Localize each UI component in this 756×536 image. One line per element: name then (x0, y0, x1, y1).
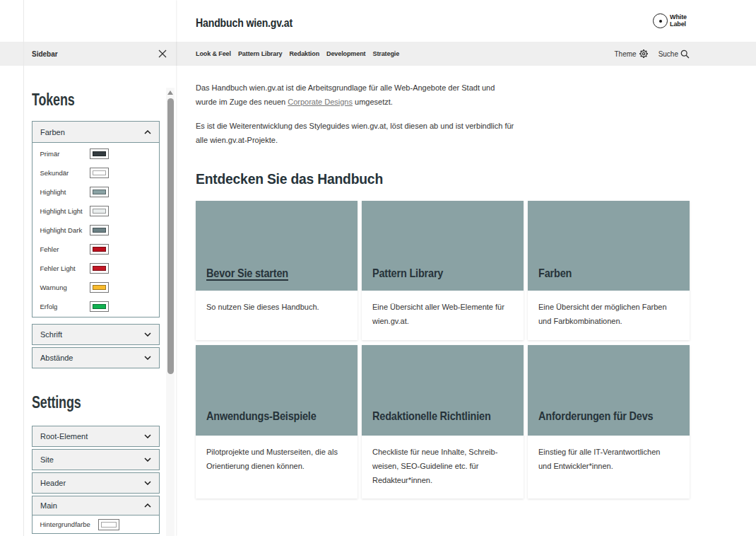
card-pattern-library[interactable]: Pattern Library Eine Übersicht aller Web… (362, 201, 524, 340)
accordion-abstaende-header[interactable]: Abstände (33, 348, 159, 368)
card-title-link[interactable]: Redaktionelle Richtlinien (372, 410, 491, 423)
card-redaktionelle-richtlinien[interactable]: Redaktionelle Richtlinien Checkliste für… (362, 345, 524, 499)
card-title-link[interactable]: Anforderungen für Devs (538, 410, 653, 423)
token-label: Highlight (40, 188, 90, 196)
card-anforderungen-fuer-devs[interactable]: Anforderungen für Devs Einstieg für alle… (528, 345, 690, 499)
accordion-label: Main (40, 501, 57, 510)
card-image: Anforderungen für Devs (528, 345, 690, 436)
settings-heading: Settings (32, 393, 131, 412)
chevron-down-icon (144, 356, 151, 360)
search-label: Suche (658, 50, 678, 58)
sidebar-content: Tokens Farben Primär Sekundär Highlight (32, 0, 160, 534)
token-row-fehler-light: Fehler Light (33, 259, 159, 278)
card-grid: Bevor Sie starten So nutzen Sie dieses H… (196, 201, 690, 499)
nav-links: Look & Feel Pattern Library Redaktion De… (196, 50, 399, 57)
chevron-down-icon (144, 458, 151, 462)
logo-text: WhiteLabel (670, 14, 687, 28)
setting-row-hintergrundfarbe: Hintergrundfarbe (33, 515, 159, 533)
theme-label: Theme (615, 50, 637, 58)
accordion-root-element: Root-Element (32, 426, 160, 447)
accordion-label: Farben (40, 128, 65, 136)
color-swatch[interactable] (90, 225, 109, 235)
setting-label: Hintergrundfarbe (40, 520, 98, 528)
white-label-logo[interactable]: WhiteLabel (653, 13, 687, 28)
token-label: Sekundär (40, 169, 90, 177)
chevron-up-icon (144, 130, 151, 134)
sidebar-drawer: Sidebar Tokens Farben Primär Sekundär (23, 0, 176, 536)
accordion-root-element-header[interactable]: Root-Element (33, 426, 159, 446)
card-image: Redaktionelle Richtlinien (362, 345, 524, 436)
card-image: Farben (528, 201, 690, 291)
accordion-site-header[interactable]: Site (33, 450, 159, 470)
accordion-label: Schrift (40, 330, 62, 339)
token-row-primaer: Primär (33, 144, 159, 163)
token-label: Erfolg (40, 303, 90, 310)
chevron-down-icon (144, 332, 151, 337)
token-row-erfolg: Erfolg (33, 297, 159, 316)
corporate-designs-link[interactable]: Corporate Designs (288, 98, 353, 106)
accordion-label: Root-Element (40, 432, 88, 441)
token-row-highlight: Highlight (33, 182, 159, 202)
nav-item-look-feel[interactable]: Look & Feel (196, 50, 231, 57)
color-swatch[interactable] (90, 282, 109, 293)
color-swatch[interactable] (98, 519, 119, 530)
token-label: Warnung (40, 284, 90, 291)
color-swatch[interactable] (90, 206, 109, 216)
card-image: Bevor Sie starten (196, 201, 358, 291)
token-row-fehler: Fehler (33, 240, 159, 259)
card-image: Pattern Library (362, 201, 524, 291)
nav-item-strategie[interactable]: Strategie (372, 50, 399, 57)
color-swatch[interactable] (90, 244, 109, 255)
nav-item-pattern-library[interactable]: Pattern Library (238, 50, 283, 57)
token-label: Highlight Light (40, 207, 90, 215)
chevron-up-icon (144, 503, 151, 508)
logo-circle-icon (653, 13, 668, 28)
search-button[interactable]: Suche (658, 49, 690, 59)
accordion-header-setting-header[interactable]: Header (33, 473, 159, 493)
section-heading: Entdecken Sie das Handbuch (196, 170, 383, 187)
accordion-label: Header (40, 479, 66, 487)
search-icon (680, 49, 690, 59)
color-swatch[interactable] (90, 148, 109, 159)
nav-item-development[interactable]: Development (326, 50, 365, 57)
accordion-abstaende: Abstände (32, 347, 160, 368)
scrollbar-up-arrow[interactable] (167, 91, 173, 95)
color-swatch[interactable] (90, 168, 109, 178)
card-farben[interactable]: Farben Eine Übersicht der möglichen Farb… (528, 201, 690, 340)
intro-paragraph-1: Das Handbuch wien.gv.at ist die Arbeitsg… (196, 81, 516, 109)
accordion-label: Site (40, 455, 54, 464)
token-row-sekundaer: Sekundär (33, 163, 159, 182)
color-swatch[interactable] (90, 301, 109, 312)
accordion-farben-header[interactable]: Farben (33, 122, 159, 143)
token-label: Primär (40, 150, 90, 158)
theme-button[interactable]: Theme (615, 49, 649, 59)
token-row-highlight-dark: Highlight Dark (33, 221, 159, 240)
card-description: So nutzen Sie dieses Handbuch. (196, 291, 358, 340)
intro-paragraph-2: Es ist die Weiterentwicklung des Stylegu… (196, 119, 516, 147)
gear-icon (639, 49, 649, 59)
card-description: Eine Übersicht der möglichen Farben und … (528, 291, 690, 340)
accordion-main: Main Hintergrundfarbe (32, 496, 160, 534)
card-title-link[interactable]: Anwendungs-Beispiele (206, 410, 317, 423)
accordion-site: Site (32, 449, 160, 470)
accordion-main-header[interactable]: Main (33, 496, 159, 515)
card-image: Anwendungs-Beispiele (196, 345, 358, 436)
token-label: Highlight Dark (40, 226, 90, 234)
token-label: Fehler (40, 245, 90, 253)
card-title-link[interactable]: Bevor Sie starten (206, 267, 288, 280)
card-bevor-sie-starten[interactable]: Bevor Sie starten So nutzen Sie dieses H… (196, 201, 358, 340)
chevron-down-icon (144, 481, 151, 485)
nav-item-redaktion[interactable]: Redaktion (289, 50, 319, 57)
color-swatch[interactable] (90, 187, 109, 197)
accordion-schrift-header[interactable]: Schrift (33, 325, 159, 344)
accordion-label: Abstände (40, 354, 73, 362)
card-title-link[interactable]: Farben (538, 267, 572, 280)
token-row-warnung: Warnung (33, 278, 159, 297)
card-title-link[interactable]: Pattern Library (372, 267, 443, 280)
card-description: Checkliste für neue Inhalte, Schreib-wei… (362, 436, 524, 499)
card-anwendungs-beispiele[interactable]: Anwendungs-Beispiele Pilotprojekte und M… (196, 345, 358, 499)
main-nav: Look & Feel Pattern Library Redaktion De… (196, 42, 690, 66)
color-swatch[interactable] (90, 263, 109, 274)
nav-actions: Theme (615, 49, 690, 59)
sidebar-scrollbar-thumb[interactable] (167, 98, 174, 374)
